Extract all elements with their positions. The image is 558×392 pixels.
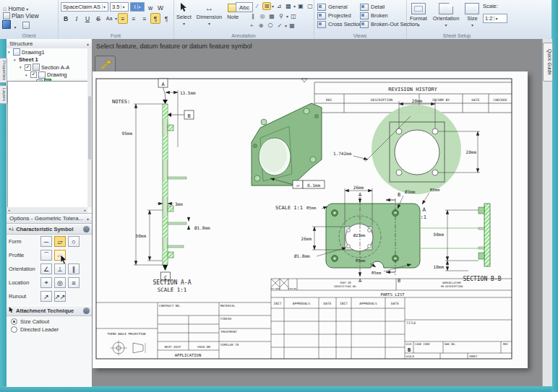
pin-icon[interactable]: ▴: [87, 41, 89, 46]
chevron-down-icon[interactable]: ▾: [102, 4, 106, 9]
align-center-button[interactable]: ≡: [129, 13, 139, 24]
italic-button[interactable]: I: [72, 13, 82, 24]
align-right-button[interactable]: ≡: [140, 13, 150, 24]
underline-button[interactable]: U: [82, 13, 93, 24]
strikethrough-button[interactable]: S: [93, 13, 103, 24]
align-left-button[interactable]: ≡: [118, 13, 128, 24]
drawing-sheet[interactable]: REVISION HISTORY REV DESCRIPTION INCORP …: [93, 71, 528, 368]
datum-symbol-icon[interactable]: ⊿: [275, 2, 283, 10]
scale-select[interactable]: 1:2▾: [483, 14, 507, 23]
view-button-general[interactable]: General: [317, 3, 362, 11]
visibility-checkbox[interactable]: ✓: [25, 64, 31, 71]
radio-label: Directed Leader: [20, 326, 59, 333]
pin-icon[interactable]: ▴: [87, 216, 89, 221]
view-button-cross-section[interactable]: Cross Section: [317, 20, 362, 28]
visibility-checkbox[interactable]: ✓: [30, 71, 37, 78]
tree-item-drawing1[interactable]: ▾Drawing1: [7, 48, 87, 56]
svg-text:PARTS LIST: PARTS LIST: [380, 292, 405, 297]
tree-horizontal-scrollbar[interactable]: ◂▸: [7, 207, 87, 213]
svg-text:DATE: DATE: [391, 302, 399, 305]
datum-target-icon[interactable]: ◎: [258, 12, 267, 20]
help-icon[interactable]: [83, 308, 90, 314]
grid-icon[interactable]: ▦: [288, 22, 296, 30]
circular-runout-button[interactable]: ↗: [40, 291, 52, 302]
cut-b-top: B: [398, 192, 400, 198]
geometric-tolerance-icon[interactable]: ⊞: [262, 2, 271, 10]
svg-text:CONTRACT NO.: CONTRACT NO.: [159, 304, 181, 308]
profile-of-surface-button[interactable]: ⌓: [54, 250, 66, 261]
expander-icon[interactable]: ▾: [20, 65, 25, 69]
chevron-down-icon[interactable]: ▾: [121, 4, 124, 9]
size-icon: [465, 3, 479, 14]
uppercase-w-button[interactable]: W: [156, 2, 165, 13]
format-button[interactable]: Format▾: [408, 2, 429, 28]
position-button[interactable]: ⌖: [40, 277, 52, 288]
font-family-select[interactable]: SpaceClaim AS▾: [61, 2, 108, 12]
paragraph-direction-button[interactable]: ¶: [161, 13, 171, 24]
help-icon[interactable]: [83, 226, 90, 232]
svg-text:ITEM NO.: ITEM NO.: [288, 288, 298, 290]
svg-text:IDENTIFYING NO.: IDENTIFYING NO.: [334, 285, 357, 288]
scroll-left-icon[interactable]: ◂: [8, 208, 10, 212]
expander-icon[interactable]: ▾: [25, 73, 30, 77]
spin-view-icon[interactable]: [22, 22, 30, 29]
angularity-button[interactable]: ∠: [40, 263, 52, 274]
dimension-button[interactable]: ↔ Dimension▾: [195, 1, 223, 27]
flatness-button[interactable]: ▱: [54, 236, 66, 247]
crosshair-icon[interactable]: +: [247, 22, 256, 30]
tab-layers[interactable]: Layers: [0, 85, 7, 104]
circularity-button[interactable]: ○: [68, 236, 80, 247]
radio-label: Size Callout: [20, 318, 49, 325]
orientation-button[interactable]: Orientation▾: [432, 2, 461, 28]
radio-size-callout[interactable]: Size Callout: [7, 318, 92, 326]
tree-item-drawing[interactable]: ▾✓Drawing: [7, 71, 87, 79]
font-size-select[interactable]: 3.5▾: [110, 2, 129, 12]
perpendicularity-button[interactable]: ⊥: [54, 263, 66, 274]
dim-3: 3mm: [175, 201, 183, 206]
radio-directed-leader[interactable]: Directed Leader: [7, 326, 92, 334]
paragraph-button[interactable]: ¶: [150, 13, 160, 24]
abc-note-button[interactable]: Abc: [236, 2, 253, 12]
tab-properties[interactable]: Properties: [0, 58, 7, 83]
expander-icon[interactable]: ▾: [14, 58, 19, 62]
detail-a-view: 1.742mm 20mm 20mm DETAIL A SCALE 2:1: [333, 98, 480, 220]
chevron-down-icon[interactable]: ▾: [494, 16, 497, 21]
lowercase-w-button[interactable]: w: [146, 2, 155, 13]
symmetry-button[interactable]: ≡: [68, 277, 80, 288]
chevron-down-icon[interactable]: ▾: [14, 25, 16, 30]
viewport-icon[interactable]: ◫: [289, 12, 298, 20]
view-window-icon[interactable]: ▣: [296, 2, 305, 10]
bold-button[interactable]: B: [61, 13, 71, 24]
font-color-button[interactable]: I▾: [130, 2, 145, 12]
chevron-down-icon[interactable]: ▾: [272, 4, 274, 9]
expander-icon[interactable]: ▾: [8, 50, 13, 54]
parallelism-button[interactable]: ∥: [68, 263, 80, 274]
profile-of-line-button[interactable]: ⌒: [40, 250, 52, 261]
select-button[interactable]: Select▾: [175, 1, 193, 27]
straightness-button[interactable]: ─: [40, 236, 52, 247]
tree-item-section-a-a[interactable]: ▾✓Section A-A: [7, 64, 87, 71]
character-case-button[interactable]: Aa: [104, 13, 114, 24]
chevron-down-icon[interactable]: ▾: [286, 14, 288, 19]
magnifier-icon[interactable]: ⚲: [277, 12, 286, 20]
leader-icon[interactable]: ∕: [253, 2, 262, 10]
size-button[interactable]: Size▾: [463, 2, 481, 28]
view-button-projected[interactable]: Projected: [317, 12, 362, 19]
chevron-down-icon[interactable]: ▾: [285, 23, 287, 28]
color-swatch-icon[interactable]: ▩: [284, 2, 293, 10]
tree-item-sheet-1[interactable]: ▾Sheet 1: [7, 56, 87, 64]
check-icon[interactable]: ✓: [275, 22, 284, 30]
svg-text:REV: REV: [326, 98, 332, 102]
tab-quick-guide[interactable]: Quick Guide: [543, 43, 553, 82]
concentricity-button[interactable]: ◎: [54, 277, 66, 288]
center-mark-icon[interactable]: ⊕: [257, 22, 265, 30]
drawing-canvas[interactable]: Select feature, datum feature or datum f…: [92, 39, 542, 386]
total-runout-button[interactable]: ↗↗: [54, 291, 66, 302]
chevron-down-icon[interactable]: ▾: [115, 16, 117, 21]
centerline-icon[interactable]: ∥: [249, 12, 257, 20]
scroll-right-icon[interactable]: ▸: [84, 208, 86, 212]
polygon-icon[interactable]: ⎔: [266, 22, 275, 30]
chevron-down-icon[interactable]: ▾: [293, 4, 296, 9]
table-icon[interactable]: ▦: [267, 12, 276, 20]
nav-cube-icon[interactable]: [2, 20, 11, 29]
